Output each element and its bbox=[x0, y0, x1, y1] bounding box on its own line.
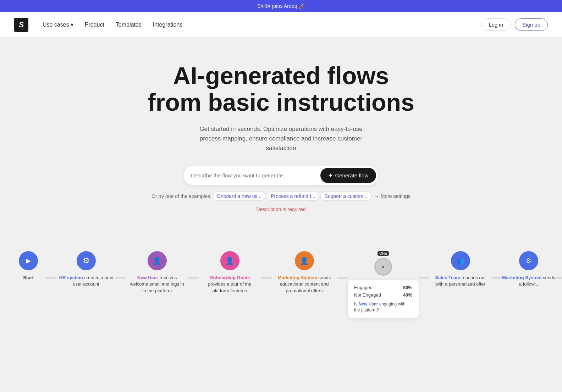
connector-2 bbox=[115, 277, 126, 278]
decision-label-one: ONE bbox=[378, 251, 389, 256]
flow-node-marketing: 👤 Marketing System sends educational con… bbox=[271, 251, 337, 294]
logo-letter: S bbox=[19, 21, 24, 29]
hero-subtitle: Get started in seconds. Optimize operati… bbox=[192, 124, 370, 153]
search-bar: ✦ Generate flow bbox=[184, 166, 378, 185]
banner-text: ShiftX joins Ardoq 🚀 bbox=[257, 3, 305, 9]
marketing-2-icon: ⚙ bbox=[519, 251, 538, 270]
nav-left: S Use cases ▾ Product Templates Integrat… bbox=[14, 18, 182, 32]
login-button[interactable]: Log in bbox=[481, 18, 511, 31]
onboarding-icon: 👤 bbox=[220, 251, 239, 270]
hr-system-icon: ⚙ bbox=[77, 251, 96, 270]
flow-node-new-user: 👤 New User receives welcome email and lo… bbox=[126, 251, 188, 294]
flow-description-input[interactable] bbox=[191, 172, 320, 178]
nav-product[interactable]: Product bbox=[85, 22, 104, 28]
new-user-icon: 👤 bbox=[148, 251, 167, 270]
signup-button[interactable]: Sign up bbox=[515, 18, 548, 31]
example-onboard[interactable]: Onboard a new us... bbox=[213, 192, 265, 201]
examples-row: Or try one of the examples: Onboard a ne… bbox=[7, 192, 555, 201]
connector-1 bbox=[46, 277, 57, 278]
nav-integrations[interactable]: Integrations bbox=[153, 22, 183, 28]
hero-title: AI-generated flows from basic instructio… bbox=[136, 62, 426, 116]
flow-node-marketing-2: ⚙ Marketing System sends a follow... bbox=[502, 251, 555, 287]
decision-icon: ● bbox=[374, 258, 392, 276]
flow-node-onboarding: 👤 Onboarding Guide provides a tour of th… bbox=[199, 251, 261, 294]
flow-node-sales-team: 👥 Sales Team reaches out with a personal… bbox=[429, 251, 491, 287]
flow-node-hr-system: ⚙ HR system creates a new user account bbox=[57, 251, 115, 287]
top-banner: ShiftX joins Ardoq 🚀 bbox=[0, 0, 562, 12]
connector-6 bbox=[419, 277, 429, 278]
flow-diagram: ▶ Start ⚙ HR system creates a new user a… bbox=[0, 248, 562, 325]
nav-templates[interactable]: Templates bbox=[116, 22, 142, 28]
connector-4 bbox=[261, 277, 271, 278]
navbar: S Use cases ▾ Product Templates Integrat… bbox=[0, 12, 562, 38]
example-support[interactable]: Support a custom... bbox=[320, 192, 371, 201]
connector-3 bbox=[188, 277, 199, 278]
hero-section: AI-generated flows from basic instructio… bbox=[0, 38, 562, 226]
generate-flow-button[interactable]: ✦ Generate flow bbox=[320, 168, 376, 183]
sales-team-icon: 👥 bbox=[451, 251, 470, 270]
examples-prefix: Or try one of the examples: bbox=[151, 193, 211, 199]
marketing-icon: 👤 bbox=[295, 251, 314, 270]
flow-section: ▶ Start ⚙ HR system creates a new user a… bbox=[0, 226, 562, 336]
connector-7 bbox=[491, 277, 502, 278]
chevron-down-icon: ▾ bbox=[71, 21, 73, 28]
flow-node-start: ▶ Start bbox=[11, 251, 46, 281]
start-node-icon: ▶ bbox=[19, 251, 38, 270]
logo[interactable]: S bbox=[14, 18, 28, 32]
example-refund[interactable]: Process a refund f... bbox=[267, 192, 319, 201]
connector-5 bbox=[337, 277, 348, 278]
flow-node-decision: ONE ● Engaged 60% Not Engaged 40% Is New… bbox=[348, 251, 419, 318]
nav-use-cases[interactable]: Use cases ▾ bbox=[43, 21, 73, 28]
error-message: Description is required bbox=[7, 206, 555, 212]
nav-links: Use cases ▾ Product Templates Integratio… bbox=[43, 21, 182, 28]
sparkle-icon: ✦ bbox=[328, 172, 333, 179]
nav-right: Log in Sign up bbox=[481, 18, 548, 31]
connector-8 bbox=[555, 277, 562, 278]
more-settings-link[interactable]: → More settings bbox=[374, 193, 411, 199]
decision-box: Engaged 60% Not Engaged 40% Is New User … bbox=[348, 280, 419, 318]
